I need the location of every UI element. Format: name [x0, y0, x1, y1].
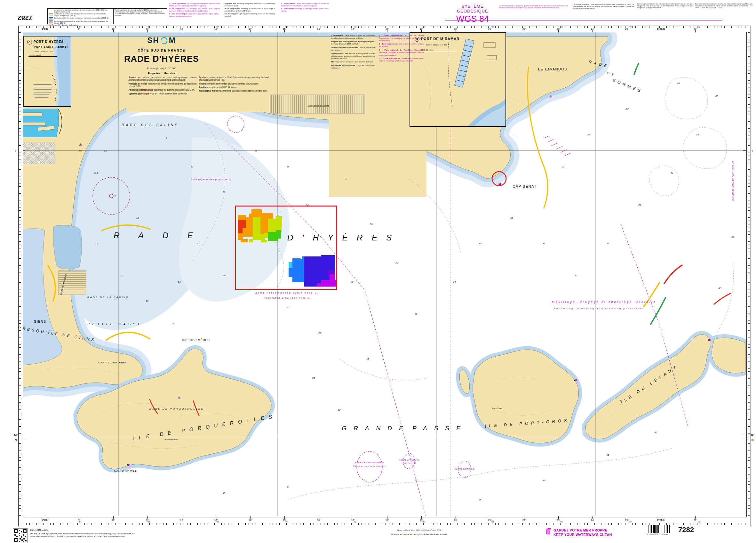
grid-number: '70	[629, 26, 632, 28]
notes-column: Cet ouvrage est protégé : toute reproduc…	[573, 4, 634, 11]
border-tick	[79, 516, 79, 519]
barcode-digits: 3 515080 072826	[647, 533, 668, 536]
barcode	[648, 525, 670, 533]
border-lat-label: 43°	[14, 433, 18, 436]
notes-column: Cartographie : carte établie d'après les…	[331, 35, 375, 70]
border-tick	[182, 30, 182, 32]
sounding: 52	[415, 479, 418, 482]
sounding: 30	[479, 242, 481, 245]
map-label: RADE DES SALINS	[122, 123, 179, 127]
border-tick	[558, 30, 559, 32]
update-note: Les avis de mise à jour publiés dans les…	[30, 532, 136, 538]
notes-paragraph: Toute observation d'un écart entre la ca…	[695, 3, 752, 9]
map-label: RADE DE PORQUEROLLES	[149, 407, 204, 411]
border-tick	[147, 30, 148, 32]
grid-number: '62	[354, 521, 356, 523]
notes-paragraph: Zone de fiabilité des données : voir le …	[331, 46, 375, 52]
map-label: Récifs artificiels	[454, 468, 474, 470]
map-label: CAP DES MÈDES	[182, 339, 210, 342]
survey-cell	[243, 228, 253, 236]
grid-number: '56	[147, 26, 150, 28]
map-label: D'HYÈRES	[287, 233, 401, 243]
border-tick	[182, 516, 182, 519]
sounding: 6,4	[94, 172, 98, 174]
inset-b-map	[410, 33, 505, 126]
notes-paragraph: Sea mooring area Light equipment mooring…	[225, 13, 275, 17]
survey-cell	[246, 217, 253, 229]
sounding: 24	[306, 203, 309, 206]
sounding: 28	[351, 281, 354, 284]
grid-number: '60	[285, 26, 288, 28]
sounding: 3,8	[78, 149, 82, 152]
notes-paragraph: Marées : voir les annuaires des marées d…	[331, 61, 375, 63]
sounding: 11	[136, 216, 139, 219]
survey-cell	[304, 256, 321, 271]
sounding: 18	[287, 165, 290, 168]
border-lat-tick	[743, 435, 746, 435]
border-tick	[387, 516, 387, 519]
grid-number: '72	[698, 26, 700, 28]
notes-paragraph: Île de Porquerolles Anchoring of vessels…	[225, 8, 275, 12]
notes-paragraph: Cet ouvrage est protégé : toute reproduc…	[573, 4, 634, 10]
survey-cell	[304, 271, 322, 284]
sounding: 42	[715, 95, 718, 98]
sounding: 15	[223, 191, 226, 194]
border-tick	[79, 30, 79, 32]
survey-cell	[253, 217, 260, 235]
border-tick-label: 22'	[522, 519, 526, 522]
correction-note: Corr. : 2020 — 44s.	[30, 529, 48, 532]
border-tick	[558, 516, 559, 519]
map-label: Mouillage interdit (voir note 2)	[732, 161, 734, 201]
border-tick-label: 6°26'E	[657, 518, 665, 522]
border-tick-label: 18'	[386, 519, 389, 522]
sounding: 19	[223, 274, 226, 277]
sounding: 35	[367, 357, 370, 360]
sounding: 21	[562, 165, 565, 168]
map-label: Port-Cros	[492, 407, 502, 410]
inset-a-title: APORT D'HYÈRES	[27, 40, 64, 44]
survey-cell	[276, 230, 281, 238]
border-lat-tick	[743, 150, 746, 151]
sounding: 17	[197, 242, 200, 245]
sounding: 34	[453, 281, 456, 284]
notes-column: Toute observation d'un écart entre la ca…	[695, 3, 752, 10]
border-tick	[284, 30, 285, 32]
border-tick-label: 21'	[488, 519, 491, 522]
notes-paragraph: Altitudes en mètres rapportées au niveau…	[129, 83, 196, 88]
notes-paragraph: 3 - Accès interdit L'accès des navires e…	[281, 3, 329, 7]
border-tick	[250, 516, 251, 519]
border-tick	[216, 516, 216, 519]
notes-paragraph: Navigational marks IALA Maritime Buoyage…	[199, 90, 269, 92]
chart-title: RADE D'HYÈRES	[115, 54, 208, 64]
sounding: 33	[607, 242, 609, 245]
notes-column: 1 - Zones réglementées du port de Toulon…	[379, 35, 424, 63]
notes-column: Les renseignements portés sur cette cart…	[637, 3, 692, 10]
border-lat-tick	[23, 435, 25, 435]
border-tick	[661, 516, 661, 519]
border-lat-label: N	[15, 438, 17, 442]
notes-paragraph: 2 - Zone réglementée Le mouillage est ré…	[169, 3, 220, 7]
border-tick	[319, 30, 319, 32]
notes-column: Regulated area Anchoring is regulated wi…	[225, 3, 275, 18]
map-label: PETITE PASSE	[87, 322, 143, 326]
border-tick	[250, 30, 251, 32]
border-tick-label: 10'	[112, 519, 115, 522]
border-tick	[490, 30, 490, 32]
sounding: 12	[191, 165, 194, 168]
border-tick	[593, 516, 593, 519]
notes-column: 3 - Accès interdit L'accès des navires e…	[281, 3, 329, 13]
sounding: 31	[543, 242, 545, 245]
inset-a: APORT D'HYÈRES (PORT SAINT-PIERRE) Échel…	[23, 36, 71, 107]
grid-number: '56	[147, 521, 150, 523]
sounding: 26	[319, 332, 322, 335]
survey-cell	[260, 219, 268, 234]
survey-cell	[304, 284, 317, 287]
grid-number: '68	[560, 521, 563, 523]
notes-column: Depths in metres, reduced to Chart Datum…	[199, 76, 269, 93]
grid-number: '70	[629, 521, 632, 523]
sounding: 55	[607, 453, 609, 456]
map-label: ⚓	[178, 396, 181, 400]
notes-paragraph: 2 - Zone réglementée Voir arrêté du préf…	[379, 43, 424, 48]
border-tick	[421, 516, 422, 519]
sounding: 5,1	[104, 149, 107, 152]
